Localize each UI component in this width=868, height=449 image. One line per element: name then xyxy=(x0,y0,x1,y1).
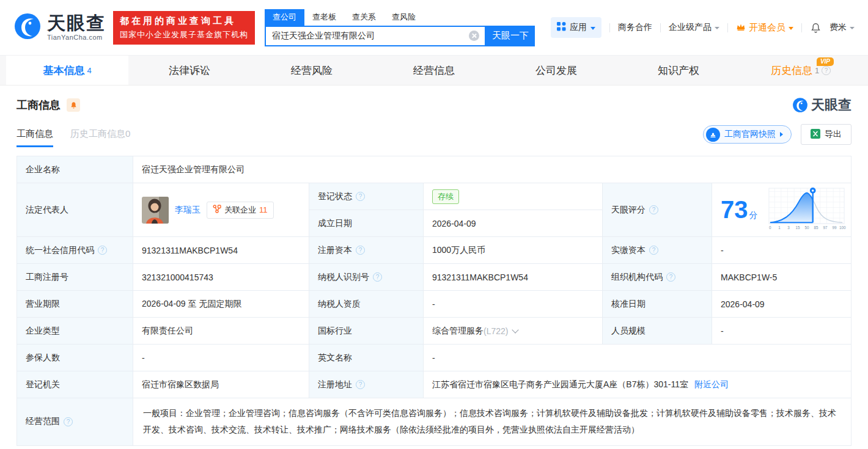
user-menu[interactable]: 费米 xyxy=(829,22,855,33)
tianyancha-logo-icon xyxy=(13,12,42,43)
help-icon[interactable]: ? xyxy=(666,272,675,282)
apps-label: 应用 xyxy=(570,22,587,33)
svg-text:0: 0 xyxy=(769,225,771,230)
tab-count: 1 xyxy=(815,66,819,75)
help-icon[interactable]: ? xyxy=(98,246,107,255)
field-label: 纳税人资质 xyxy=(309,291,424,318)
company-nav-tabs: 基本信息 4 法律诉讼 经营风险 经营信息 公司发展 知识产权 VIP 历史信息… xyxy=(0,55,868,86)
svg-text:100: 100 xyxy=(839,225,845,230)
svg-text:50: 50 xyxy=(804,225,809,230)
chevron-down-icon xyxy=(850,27,855,29)
export-label: 导出 xyxy=(825,129,842,140)
reg-status-cell: 存续 xyxy=(424,183,603,210)
top-header: 天眼查 TianYanCha.com 都在用的商业查询工具 国家中小企业发展子基… xyxy=(0,0,868,55)
watermark-logo: 天眼查 xyxy=(792,96,851,114)
brand-name: 天眼查 xyxy=(47,14,106,32)
search-area: 查公司 查老板 查关系 查风险 天眼一下 xyxy=(265,9,535,46)
enterprise-products-menu[interactable]: 企业级产品 xyxy=(669,22,719,33)
search-tab-risk[interactable]: 查风险 xyxy=(384,9,424,26)
english-name-value: - xyxy=(424,345,851,371)
org-code-value: MAKBCP1W-5 xyxy=(712,264,851,291)
arrow-right-icon xyxy=(780,132,783,137)
field-label: 登记机关 xyxy=(17,371,133,398)
chevron-down-icon xyxy=(789,27,793,30)
field-label: 纳税人识别号 ? xyxy=(309,264,424,291)
tianyancha-logo[interactable]: 天眼查 TianYanCha.com xyxy=(13,12,106,43)
tab-label: 法律诉讼 xyxy=(169,64,210,78)
open-vip-menu[interactable]: 开通会员 xyxy=(736,22,793,34)
staff-size-value: - xyxy=(712,318,851,345)
help-icon[interactable]: ? xyxy=(64,417,73,426)
help-icon[interactable]: ? xyxy=(356,380,365,389)
est-date-value: 2026-04-09 xyxy=(424,210,603,237)
brand-domain: TianYanCha.com xyxy=(47,34,106,41)
tab-legal-litigation[interactable]: 法律诉讼 xyxy=(128,56,251,85)
help-icon[interactable]: ? xyxy=(356,246,365,255)
help-icon[interactable]: ? xyxy=(822,66,831,75)
tab-count: 4 xyxy=(87,66,91,75)
divider xyxy=(727,23,728,32)
tab-intellectual-property[interactable]: 知识产权 xyxy=(617,56,740,85)
svg-text:15: 15 xyxy=(795,225,800,230)
help-icon[interactable]: ? xyxy=(649,205,658,214)
business-term-value: 2026-04-09 至 无固定期限 xyxy=(133,291,309,318)
industry-code: (L722) xyxy=(484,326,508,336)
field-label: 参保人数 xyxy=(17,345,133,371)
official-snapshot-button[interactable]: 工商官网快照 xyxy=(703,125,792,144)
subtab-business-info[interactable]: 工商信息 xyxy=(17,128,53,147)
field-label: 统一社会信用代码 ? xyxy=(17,237,133,264)
chevron-down-icon xyxy=(590,27,595,30)
address-value: 江苏省宿迁市宿豫区电子商务产业园通元大厦A座（B7栋）301-11室 xyxy=(432,379,688,390)
apps-grid-icon xyxy=(557,22,566,33)
tab-history-info[interactable]: VIP 历史信息 1 ? xyxy=(740,56,862,85)
business-info-table: 企业名称 宿迁天强企业管理有限公司 法定代表人 李瑞玉 xyxy=(17,156,851,446)
legal-rep-link[interactable]: 李瑞玉 xyxy=(175,205,200,216)
chevron-down-icon[interactable] xyxy=(512,326,519,333)
field-label: 组织机构代码 ? xyxy=(603,264,712,291)
field-label: 登记状态 ? xyxy=(309,183,424,210)
tab-operation-info[interactable]: 经营信息 xyxy=(373,56,495,85)
business-coop-link[interactable]: 商务合作 xyxy=(618,22,652,33)
company-name-value: 宿迁天强企业管理有限公司 xyxy=(133,156,851,183)
subscribe-bell-icon[interactable] xyxy=(67,98,80,112)
help-icon[interactable]: ? xyxy=(649,246,658,255)
field-label: 注册资本 ? xyxy=(309,237,424,264)
svg-text:85: 85 xyxy=(814,225,818,230)
help-icon[interactable]: ? xyxy=(373,272,382,282)
score-distribution-chart: 0 1 3 15 50 85 97 99 100 xyxy=(768,185,846,235)
search-input[interactable] xyxy=(266,31,469,41)
search-tab-boss[interactable]: 查老板 xyxy=(304,9,344,26)
svg-text:3: 3 xyxy=(787,225,790,230)
svg-text:97: 97 xyxy=(823,225,828,230)
promo-line2: 国家中小企业发展子基金旗下机构 xyxy=(120,29,248,40)
watermark-text: 天眼查 xyxy=(811,96,851,114)
nearby-companies-link[interactable]: 附近公司 xyxy=(694,379,729,390)
legal-rep-avatar[interactable] xyxy=(142,197,169,224)
search-tab-company[interactable]: 查公司 xyxy=(265,9,304,26)
legal-rep-cell: 李瑞玉 关联企业 11 xyxy=(133,183,309,237)
subtab-history-business-info[interactable]: 历史工商信息0 xyxy=(70,128,130,147)
tab-basic-info[interactable]: 基本信息 4 xyxy=(6,56,128,85)
tab-operation-risk[interactable]: 经营风险 xyxy=(251,56,373,85)
field-label: 营业期限 xyxy=(17,291,133,318)
help-icon[interactable]: ? xyxy=(356,192,365,201)
field-label: 企业类型 xyxy=(17,318,133,345)
related-companies-badge[interactable]: 关联企业 11 xyxy=(207,202,274,219)
search-tabs: 查公司 查老板 查关系 查风险 xyxy=(265,9,535,26)
snapshot-label: 工商官网快照 xyxy=(724,129,776,140)
reg-capital-value: 1000万人民币 xyxy=(424,237,603,264)
open-vip-label: 开通会员 xyxy=(749,22,785,34)
clear-search-icon[interactable] xyxy=(469,31,479,41)
apps-menu[interactable]: 应用 xyxy=(551,17,601,38)
export-button[interactable]: 导出 xyxy=(801,124,851,145)
notification-bell-icon[interactable] xyxy=(810,22,822,34)
search-button[interactable]: 天眼一下 xyxy=(486,26,535,46)
stamp-icon xyxy=(706,128,720,142)
related-count: 11 xyxy=(259,205,268,214)
search-tab-relation[interactable]: 查关系 xyxy=(344,9,384,26)
header-menu: 应用 商务合作 企业级产品 开通会员 费米 xyxy=(551,17,855,38)
enterprise-products-label: 企业级产品 xyxy=(669,22,712,33)
field-label: 注册地址 ? xyxy=(309,371,424,398)
taxpayer-id-value: 91321311MAKBCP1W54 xyxy=(424,264,603,291)
tab-company-development[interactable]: 公司发展 xyxy=(495,56,617,85)
